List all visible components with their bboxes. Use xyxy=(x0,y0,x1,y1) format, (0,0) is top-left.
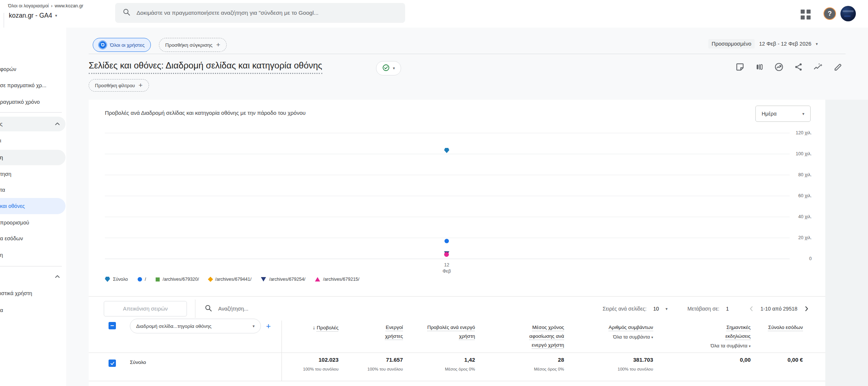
next-page-icon[interactable] xyxy=(803,305,811,313)
add-dimension-icon[interactable]: + xyxy=(266,322,271,331)
row-checkbox[interactable] xyxy=(109,360,116,367)
share-icon[interactable] xyxy=(794,62,803,72)
caret-down-icon: ▾ xyxy=(393,66,395,71)
sidebar-item-reports-snapshot[interactable]: φορών xyxy=(0,63,16,76)
sidebar-item-monetization[interactable]: α εσόδων xyxy=(0,232,23,245)
legend-item-archives-679441[interactable]: /archives/679441/ xyxy=(209,277,252,282)
report-status-dropdown[interactable]: ▾ xyxy=(376,61,401,75)
table-totals-row: Σύνολο 102.023100% του συνόλου 71.657100… xyxy=(89,353,825,381)
granularity-dropdown[interactable]: Ημέρα ▾ xyxy=(755,106,811,122)
audience-icon: Ό xyxy=(99,41,106,49)
dimension-selector-dropdown[interactable]: Διαδρομή σελίδα...τηγορία οθόνης ▾ xyxy=(130,319,261,333)
search-bar[interactable]: Δοκιμάστε να πραγματοποιήσετε αναζήτηση … xyxy=(115,3,405,23)
apps-grid-icon[interactable] xyxy=(801,10,811,20)
datapoint-total[interactable] xyxy=(444,148,449,153)
ga4-analytics-app: Όλοι οι λογαριασμοί › www.kozan.gr kozan… xyxy=(0,0,868,386)
column-header-avg-engagement[interactable]: Μέσος χρόνος αφοσίωσης ανά ενεργό χρήστη xyxy=(514,323,564,350)
table-toolbar: Απεικόνιση σειρών Αναζήτηση... Σειρές αν… xyxy=(89,297,825,321)
y-axis-tick: 120 χιλ. xyxy=(784,130,812,135)
plus-icon: + xyxy=(139,81,143,89)
table-search[interactable]: Αναζήτηση... xyxy=(205,297,248,321)
sidebar-item-realtime-pages[interactable]: ραγματικό χρόνο xyxy=(0,95,40,109)
previous-page-icon[interactable] xyxy=(747,305,755,313)
search-icon xyxy=(205,304,212,313)
sidebar-section-lifecycle[interactable]: ς xyxy=(0,117,65,131)
goto-page-input[interactable]: 1 xyxy=(724,306,730,312)
total-key-events: 0,00 xyxy=(694,357,751,367)
legend-item-archives-679254[interactable]: /archives/679254/ xyxy=(261,277,305,282)
column-header-event-count[interactable]: Αριθμός συμβάντων Όλα τα συμβάντα ▾ xyxy=(589,323,653,342)
chevron-up-icon[interactable] xyxy=(54,274,60,280)
caret-down-icon: ▾ xyxy=(252,324,255,329)
toolbar-divider xyxy=(195,300,195,318)
gridline xyxy=(105,154,790,154)
check-circle-icon xyxy=(382,64,390,73)
datapoint-root-page[interactable] xyxy=(444,239,449,243)
breadcrumb-accounts[interactable]: Όλοι οι λογαριασμοί xyxy=(8,3,49,8)
sidebar-item-realtime[interactable]: σε πραγματικό χρ... xyxy=(0,79,46,92)
column-header-key-events[interactable]: Σημαντικές εκδηλώσεις Όλα τα συμβάντα ▾ xyxy=(710,323,751,351)
sidebar-item-pages-and-screens[interactable]: και οθόνες xyxy=(0,198,65,214)
search-placeholder: Δοκιμάστε να πραγματοποιήσετε αναζήτηση … xyxy=(137,10,319,16)
rows-per-page-label: Σειρές ανά σελίδες: xyxy=(603,306,647,312)
sidebar-section-user[interactable] xyxy=(0,270,65,283)
datapoint-archives-679215[interactable] xyxy=(444,252,449,257)
add-comparison-chip[interactable]: Προσθήκη σύγκρισης + xyxy=(159,38,227,52)
column-header-views-per-user[interactable]: Προβολές ανά ενεργό χρήστη xyxy=(427,323,475,341)
triangle-up-marker-icon xyxy=(315,277,320,281)
legend-item-archives-679215[interactable]: /archives/679215/ xyxy=(315,277,359,282)
visualize-rows-button[interactable]: Απεικόνιση σειρών xyxy=(104,301,187,316)
sidebar-item-engagement[interactable]: η xyxy=(0,150,65,165)
sidebar-item[interactable]: τηση xyxy=(0,167,11,181)
help-icon[interactable]: ? xyxy=(823,7,836,20)
sidebar-item-events[interactable]: τα xyxy=(0,183,5,196)
sparkline-insights-icon[interactable] xyxy=(813,62,823,72)
y-axis-tick: 100 χιλ. xyxy=(784,151,812,156)
caret-down-icon: ▾ xyxy=(55,13,57,18)
sidebar-item-tech[interactable]: α xyxy=(0,304,3,317)
add-filter-chip[interactable]: Προσθήκη φίλτρου + xyxy=(89,79,149,92)
legend-item-root[interactable]: / xyxy=(138,277,146,282)
sidebar-item-acquisition[interactable]: ι xyxy=(0,134,1,147)
date-range-value: 12 Φεβ - 12 Φεβ 2026 xyxy=(759,41,811,47)
date-range-picker[interactable]: Προσαρμοσμένο 12 Φεβ - 12 Φεβ 2026 ▾ xyxy=(708,39,818,49)
column-header-total-revenue[interactable]: Σύνολο εσόδων xyxy=(762,323,803,332)
property-title: kozan.gr - GA4 xyxy=(9,12,52,20)
y-axis-tick: 40 χιλ. xyxy=(784,214,812,219)
select-all-checkbox[interactable] xyxy=(109,322,116,329)
property-switcher[interactable]: kozan.gr - GA4 ▾ xyxy=(9,12,57,20)
total-views: 102.023100% του συνόλου xyxy=(294,357,339,371)
chevron-up-icon[interactable] xyxy=(54,121,60,127)
column-header-views[interactable]: ↓Προβολές xyxy=(294,323,339,332)
pentagon-marker-icon xyxy=(105,277,110,282)
sidebar-item-user-attributes[interactable]: ιστικά χρήστη xyxy=(0,287,32,300)
left-edge-divider xyxy=(4,13,4,28)
note-icon[interactable] xyxy=(735,62,745,72)
edit-pencil-icon[interactable] xyxy=(833,62,843,72)
legend-item-total[interactable]: Σύνολο xyxy=(105,277,128,282)
sidebar-item-landing-pages[interactable]: προορισμού xyxy=(0,216,29,229)
caret-down-icon: ▾ xyxy=(802,111,804,116)
table-pagination: Σειρές ανά σελίδες: 10 ▾ Μετάβαση σε: 1 … xyxy=(603,297,811,321)
report-nav-sidebar: φορών σε πραγματικό χρ... ραγματικό χρόν… xyxy=(0,28,66,386)
breadcrumb-property[interactable]: www.kozan.gr xyxy=(55,3,84,8)
sidebar-item-retention[interactable]: η xyxy=(0,248,3,262)
gridline xyxy=(105,217,790,217)
column-header-active-users[interactable]: Ενεργοί χρήστες xyxy=(375,323,403,341)
caret-down-icon[interactable]: ▾ xyxy=(666,307,668,311)
key-event-filter-dropdown[interactable]: Όλα τα συμβάντα ▾ xyxy=(710,341,751,351)
date-range-type: Προσαρμοσμένο xyxy=(708,39,755,49)
breadcrumb-separator-icon: › xyxy=(51,3,52,8)
audience-chip-all-users[interactable]: Ό Όλοι οι χρήστες xyxy=(93,38,151,52)
right-margin-panel xyxy=(825,100,868,386)
comparison-icon[interactable] xyxy=(755,62,764,72)
sort-descending-icon: ↓ xyxy=(313,323,315,332)
breadcrumb[interactable]: Όλοι οι λογαριασμοί › www.kozan.gr xyxy=(8,3,83,8)
insights-circle-icon[interactable] xyxy=(774,62,784,72)
legend-item-archives-679320[interactable]: /archives/679320/ xyxy=(156,277,199,282)
avatar[interactable] xyxy=(840,6,856,21)
total-active-users: 71.657100% του συνόλου xyxy=(359,357,403,371)
event-filter-dropdown[interactable]: Όλα τα συμβάντα ▾ xyxy=(589,333,653,342)
rows-per-page-value[interactable]: 10 xyxy=(652,306,660,312)
report-actions-toolbar xyxy=(735,62,843,72)
